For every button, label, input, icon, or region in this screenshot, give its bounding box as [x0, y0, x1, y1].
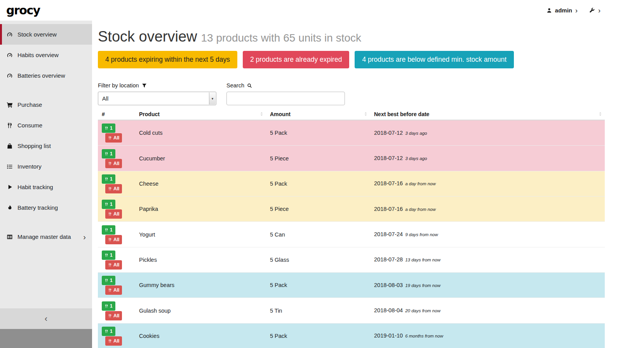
top-header: grocy admin › ›	[0, 0, 644, 21]
product-name: Cheese	[135, 171, 266, 196]
select-caret-icon: ▾	[209, 92, 216, 104]
row-actions: 1All	[98, 120, 135, 146]
stock-row-gulash-soup: 1AllGulash soup5 Tin2018-08-0420 days fr…	[98, 298, 605, 323]
consume-all-button[interactable]: All	[105, 184, 122, 193]
sidebar-item-consume[interactable]: Consume	[0, 115, 92, 136]
product-name: Gummy bears	[135, 273, 266, 298]
consume-one-button[interactable]: 1	[102, 149, 115, 158]
consume-one-button[interactable]: 1	[102, 200, 115, 209]
app-logo[interactable]: grocy	[6, 3, 40, 17]
utensils-icon	[104, 304, 108, 308]
alert-below-min-stock[interactable]: 4 products are below defined min. stock …	[355, 51, 514, 68]
consume-one-label: 1	[110, 252, 113, 258]
consume-all-button[interactable]: All	[105, 260, 122, 270]
sidebar-item-battery-tracking[interactable]: Battery tracking	[0, 197, 92, 218]
consume-all-button[interactable]: All	[105, 235, 122, 244]
utensils-icon	[108, 314, 112, 318]
best-before-date: 2018-07-249 days from now	[370, 222, 605, 247]
alert-expiring[interactable]: 4 products expiring within the next 5 da…	[98, 51, 237, 68]
sidebar-item-purchase[interactable]: Purchase	[0, 94, 92, 115]
location-select[interactable]: All ▾	[98, 92, 216, 105]
column-header-amount[interactable]: Amount	[266, 110, 370, 120]
page-title-text: Stock overview	[98, 28, 197, 45]
consume-all-button[interactable]: All	[105, 209, 122, 219]
consume-one-button[interactable]: 1	[102, 124, 115, 133]
best-before-date: 2018-08-0319 days from now	[370, 273, 605, 298]
best-before-date: 2018-07-2813 days from now	[370, 247, 605, 272]
product-amount: 5 Pack	[266, 120, 370, 146]
row-actions: 1All	[98, 197, 135, 222]
date-relative-note: 9 days from now	[405, 232, 438, 237]
product-name: Pickles	[135, 247, 266, 272]
product-amount: 5 Tin	[266, 298, 370, 323]
stock-row-gummy-bears: 1AllGummy bears5 Pack2018-08-0319 days f…	[98, 273, 605, 298]
consume-all-button[interactable]: All	[105, 133, 122, 143]
sidebar-item-label: Habit tracking	[17, 184, 53, 190]
best-before-date: 2018-07-123 days ago	[370, 120, 605, 146]
status-alerts: 4 products expiring within the next 5 da…	[98, 51, 638, 68]
sidebar-collapse-button[interactable]: ‹	[0, 308, 92, 329]
best-before-date: 2019-01-106 months from now	[370, 323, 605, 348]
date-relative-note: 20 days from now	[405, 308, 440, 313]
consume-all-label: All	[113, 237, 119, 242]
filter-controls: Filter by location All ▾ Search	[98, 82, 638, 105]
consume-one-label: 1	[110, 278, 113, 283]
column-header-product[interactable]: Product	[135, 110, 266, 120]
consume-one-label: 1	[110, 303, 113, 309]
consume-all-label: All	[113, 313, 119, 318]
consume-one-button[interactable]: 1	[102, 301, 115, 311]
user-menu[interactable]: admin ›	[547, 7, 578, 14]
date-relative-note: 3 days ago	[405, 131, 427, 136]
consume-one-button[interactable]: 1	[102, 276, 115, 285]
product-name: Cucumber	[135, 146, 266, 171]
consume-all-button[interactable]: All	[105, 336, 122, 346]
consume-one-button[interactable]: 1	[102, 251, 115, 260]
sidebar-group: Manage master data›	[0, 226, 92, 247]
sidebar-item-stock-overview[interactable]: Stock overview	[0, 24, 92, 45]
search-group: Search	[226, 82, 345, 105]
row-actions: 1All	[98, 171, 135, 196]
utensils-icon	[104, 177, 108, 181]
consume-all-button[interactable]: All	[105, 285, 122, 295]
consume-all-label: All	[113, 262, 119, 268]
product-name: Paprika	[135, 197, 266, 222]
product-amount: 5 Pack	[266, 273, 370, 298]
location-filter-group: Filter by location All ▾	[98, 82, 216, 105]
settings-menu[interactable]: ›	[589, 7, 600, 14]
sidebar-item-batteries-overview[interactable]: Batteries overview	[0, 65, 92, 86]
utensils-icon	[108, 187, 112, 191]
utensils-icon	[104, 329, 108, 333]
sidebar-item-shopping-list[interactable]: Shopping list	[0, 136, 92, 156]
sort-icon	[363, 111, 368, 117]
sidebar-item-manage-master-data[interactable]: Manage master data›	[0, 226, 92, 247]
date-relative-note: 3 days ago	[405, 156, 427, 161]
stock-row-pickles: 1AllPickles5 Glass2018-07-2813 days from…	[98, 247, 605, 272]
consume-one-button[interactable]: 1	[102, 327, 115, 336]
search-input[interactable]	[226, 92, 345, 105]
product-name: Gulash soup	[135, 298, 266, 323]
search-label-text: Search	[226, 82, 244, 89]
consume-all-button[interactable]: All	[105, 159, 122, 168]
consume-one-label: 1	[110, 151, 113, 157]
column-label: Product	[139, 111, 160, 117]
product-amount: 5 Glass	[266, 247, 370, 272]
utensils-icon	[108, 238, 112, 242]
sidebar-item-label: Batteries overview	[17, 72, 65, 79]
consume-all-button[interactable]: All	[105, 311, 122, 320]
column-label: Next best before date	[374, 111, 429, 117]
column-header-next-best-before-date[interactable]: Next best before date	[370, 110, 605, 120]
sidebar-item-habits-overview[interactable]: Habits overview	[0, 45, 92, 65]
alert-expired[interactable]: 2 products are already expired	[243, 51, 349, 68]
sidebar-item-label: Consume	[17, 122, 42, 129]
sidebar-item-label: Inventory	[17, 163, 42, 170]
consume-one-button[interactable]: 1	[102, 225, 115, 235]
chevron-right-icon: ›	[575, 7, 578, 14]
row-actions: 1All	[98, 247, 135, 272]
table-icon	[6, 234, 13, 240]
sidebar-item-inventory[interactable]: Inventory	[0, 156, 92, 177]
consume-one-button[interactable]: 1	[102, 174, 115, 184]
stock-row-paprika: 1AllPaprika5 Piece2018-07-16a day from n…	[98, 197, 605, 222]
page-title: Stock overview13 products with 65 units …	[98, 28, 638, 47]
search-icon	[247, 83, 252, 88]
sidebar-item-habit-tracking[interactable]: Habit tracking	[0, 177, 92, 197]
